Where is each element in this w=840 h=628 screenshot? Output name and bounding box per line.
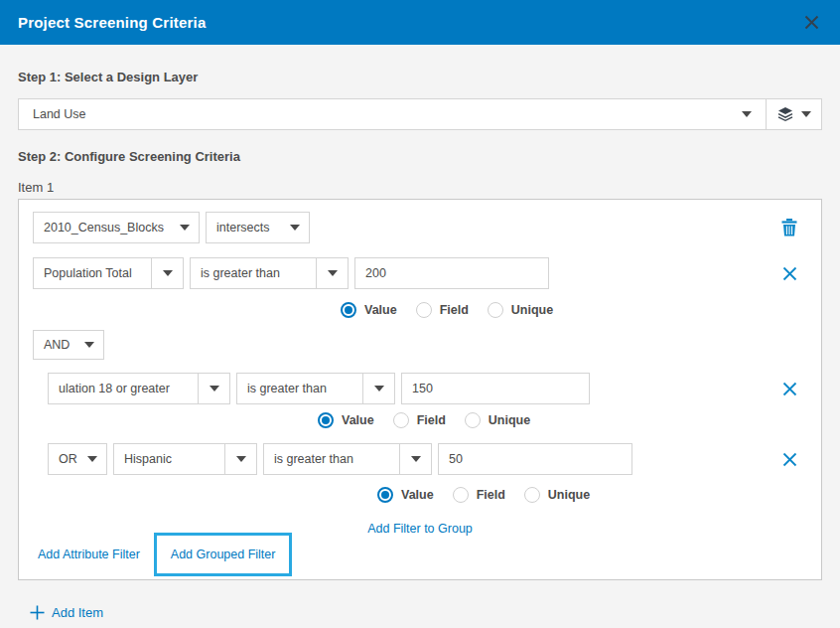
group-filter2-operator-value: is greater than — [264, 444, 399, 474]
chevron-down-icon — [151, 258, 183, 288]
step2-label: Step 2: Configure Screening Criteria — [18, 149, 822, 164]
spatial-operator-select[interactable]: intersects — [206, 212, 310, 243]
screening-item-card: 2010_Census_Blocks intersects — [18, 199, 822, 580]
target-layer-select[interactable]: 2010_Census_Blocks — [33, 212, 200, 243]
radio-field[interactable]: Field — [416, 302, 469, 318]
radio-field[interactable]: Field — [453, 487, 505, 503]
group-filter1-mode-radios: Value Field Unique — [318, 412, 807, 428]
group-filter2-logic-value: OR — [49, 444, 78, 474]
design-layer-bar: Land Use — [18, 98, 822, 130]
group-filter2-mode-radios: Value Field Unique — [377, 487, 807, 503]
filter-field-value: Population Total — [34, 258, 151, 288]
filter-operator-select[interactable]: is greater than — [190, 257, 349, 289]
add-item-button[interactable]: Add Item — [30, 605, 103, 620]
remove-filter-button[interactable] — [782, 266, 797, 281]
group-filter2-value-input[interactable] — [438, 443, 632, 475]
radio-unique-label: Unique — [511, 303, 553, 317]
filter-value-input[interactable] — [354, 257, 549, 289]
chevron-down-icon — [75, 331, 103, 359]
filter-field-select[interactable]: Population Total — [33, 257, 184, 289]
layer-options-button[interactable] — [766, 99, 821, 129]
target-layer-value: 2010_Census_Blocks — [34, 213, 171, 242]
radio-unique[interactable]: Unique — [465, 412, 530, 428]
chevron-down-icon — [399, 444, 431, 474]
radio-unselected-icon — [524, 487, 540, 503]
radio-value-label: Value — [364, 303, 397, 317]
chevron-down-icon — [801, 111, 811, 117]
radio-unique[interactable]: Unique — [488, 302, 553, 318]
radio-unselected-icon — [488, 302, 503, 318]
radio-field-label: Field — [417, 413, 446, 427]
radio-unselected-icon — [393, 412, 409, 428]
close-button[interactable] — [801, 12, 822, 33]
chevron-down-icon — [171, 213, 199, 242]
group-filter1-operator-value: is greater than — [237, 374, 362, 403]
group-filter2-operator-select[interactable]: is greater than — [263, 443, 432, 475]
design-layer-value: Land Use — [33, 107, 86, 121]
radio-value[interactable]: Value — [318, 412, 374, 428]
group-filter1-operator-select[interactable]: is greater than — [236, 373, 395, 404]
radio-value[interactable]: Value — [341, 302, 397, 318]
filter-mode-radios: Value Field Unique — [341, 302, 807, 318]
layers-icon — [777, 107, 793, 122]
remove-group-filter2-button[interactable] — [782, 452, 797, 467]
radio-unselected-icon — [453, 487, 469, 503]
chevron-down-icon — [198, 374, 229, 403]
radio-unselected-icon — [465, 412, 481, 428]
logic-operator-value: AND — [34, 331, 75, 359]
x-icon — [782, 382, 797, 396]
group-filter1-field-select[interactable]: ulation 18 or greater — [48, 373, 230, 404]
radio-value[interactable]: Value — [377, 487, 434, 503]
delete-item-button[interactable] — [781, 219, 797, 236]
logic-operator-select[interactable]: AND — [33, 330, 104, 360]
radio-unique[interactable]: Unique — [524, 487, 590, 503]
radio-unique-label: Unique — [489, 413, 530, 427]
x-icon — [782, 266, 797, 281]
add-attribute-filter-link[interactable]: Add Attribute Filter — [38, 548, 140, 561]
add-grouped-filter-link[interactable]: Add Grouped Filter — [171, 548, 276, 561]
filter-operator-value: is greater than — [191, 258, 316, 288]
dialog-header: Project Screening Criteria — [0, 0, 840, 45]
radio-selected-icon — [318, 412, 334, 428]
chevron-down-icon — [316, 258, 348, 288]
group-filter1-value-input[interactable] — [401, 373, 590, 404]
radio-field-label: Field — [477, 488, 505, 502]
radio-field[interactable]: Field — [393, 412, 446, 428]
radio-selected-icon — [341, 302, 356, 318]
item-label: Item 1 — [18, 180, 822, 195]
radio-field-label: Field — [440, 303, 469, 317]
highlight-annotation-box: Add Grouped Filter — [154, 533, 293, 576]
trash-icon — [781, 219, 797, 236]
radio-value-label: Value — [401, 488, 434, 502]
dialog-title: Project Screening Criteria — [18, 14, 206, 31]
chevron-down-icon — [281, 213, 309, 242]
radio-selected-icon — [377, 487, 393, 503]
plus-icon — [30, 605, 45, 620]
group-filter2-logic-select[interactable]: OR — [48, 443, 107, 475]
close-icon — [803, 14, 820, 31]
group-filter2-field-value: Hispanic — [114, 444, 224, 474]
spatial-operator-value: intersects — [207, 213, 281, 242]
group-filter1-field-value: ulation 18 or greater — [49, 374, 198, 403]
chevron-down-icon — [78, 444, 106, 474]
chevron-down-icon — [362, 374, 394, 403]
radio-unique-label: Unique — [548, 488, 590, 502]
remove-group-filter1-button[interactable] — [782, 382, 797, 396]
group-filter2-field-select[interactable]: Hispanic — [113, 443, 257, 475]
x-icon — [782, 452, 797, 467]
radio-unselected-icon — [416, 302, 432, 318]
chevron-down-icon — [742, 111, 752, 117]
chevron-down-icon — [224, 444, 256, 474]
add-item-label: Add Item — [52, 605, 103, 620]
step1-label: Step 1: Select a Design Layer — [18, 70, 822, 84]
design-layer-select[interactable]: Land Use — [19, 99, 766, 129]
radio-value-label: Value — [342, 413, 374, 427]
